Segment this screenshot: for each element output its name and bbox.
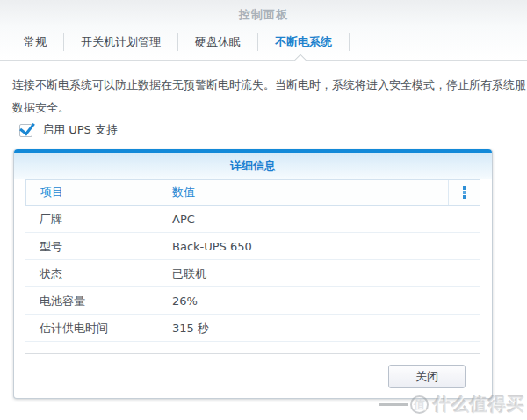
description-line-1: 连接不断电系统可以防止数据在无预警断电时流失。当断电时，系统将进入安全模式，停止… — [12, 74, 527, 97]
enable-ups-row: 启用 UPS 支持 — [19, 122, 118, 138]
table-row: 估计供电时间 315 秒 — [25, 315, 480, 342]
row-value: 26% — [162, 287, 480, 314]
tab-bar: 常规 开关机计划管理 硬盘休眠 不断电系统 — [7, 30, 350, 54]
column-settings-button[interactable] — [448, 180, 480, 205]
table-header-row: 项目 数值 — [25, 179, 480, 206]
row-label: 估计供电时间 — [25, 315, 162, 341]
details-table: 项目 数值 厂牌 APC 型号 Back-UPS 650 状态 已联机 电池容量… — [25, 179, 480, 342]
ups-description: 连接不断电系统可以防止数据在无预警断电时流失。当断电时，系统将进入安全模式，停止… — [12, 74, 527, 119]
tab-general[interactable]: 常规 — [7, 30, 63, 54]
tab-hdd-hibernation[interactable]: 硬盘休眠 — [178, 30, 257, 54]
row-value: 315 秒 — [162, 315, 480, 341]
row-label: 电池容量 — [25, 287, 162, 314]
panel-title: 详细信息 — [14, 153, 492, 179]
table-row: 状态 已联机 — [25, 260, 480, 287]
row-label: 状态 — [25, 260, 162, 286]
tab-ups[interactable]: 不断电系统 — [258, 30, 349, 54]
tab-power-schedule[interactable]: 开关机计划管理 — [64, 30, 177, 54]
window-header: 控制面板 常规 开关机计划管理 硬盘休眠 不断电系统 — [0, 0, 527, 61]
row-value: APC — [162, 206, 480, 232]
tab-separator — [349, 33, 350, 51]
control-panel-window: 控制面板 常规 开关机计划管理 硬盘休眠 不断电系统 连接不断电系统可以防止数据… — [0, 0, 527, 420]
window-title: 控制面板 — [0, 0, 527, 23]
description-line-2: 数据安全。 — [12, 97, 527, 119]
table-row: 型号 Back-UPS 650 — [25, 233, 480, 260]
table-row: 厂牌 APC — [25, 206, 480, 233]
close-button[interactable]: 关闭 — [388, 365, 466, 388]
details-panel: 详细信息 项目 数值 厂牌 APC 型号 Back-UPS 650 状态 已联机 — [13, 149, 493, 399]
row-value: Back-UPS 650 — [162, 233, 480, 259]
column-header-value[interactable]: 数值 — [162, 180, 448, 205]
table-row: 电池容量 26% — [25, 287, 480, 315]
row-label: 厂牌 — [25, 206, 162, 232]
enable-ups-label: 启用 UPS 支持 — [42, 122, 118, 138]
row-label: 型号 — [25, 233, 162, 259]
kebab-menu-icon — [463, 186, 466, 190]
panel-footer: 关闭 — [14, 354, 492, 388]
watermark-line — [379, 403, 408, 406]
active-tab-notch — [292, 54, 307, 61]
row-value: 已联机 — [162, 260, 480, 286]
enable-ups-checkbox[interactable] — [19, 124, 32, 137]
column-header-item[interactable]: 项目 — [26, 180, 162, 205]
